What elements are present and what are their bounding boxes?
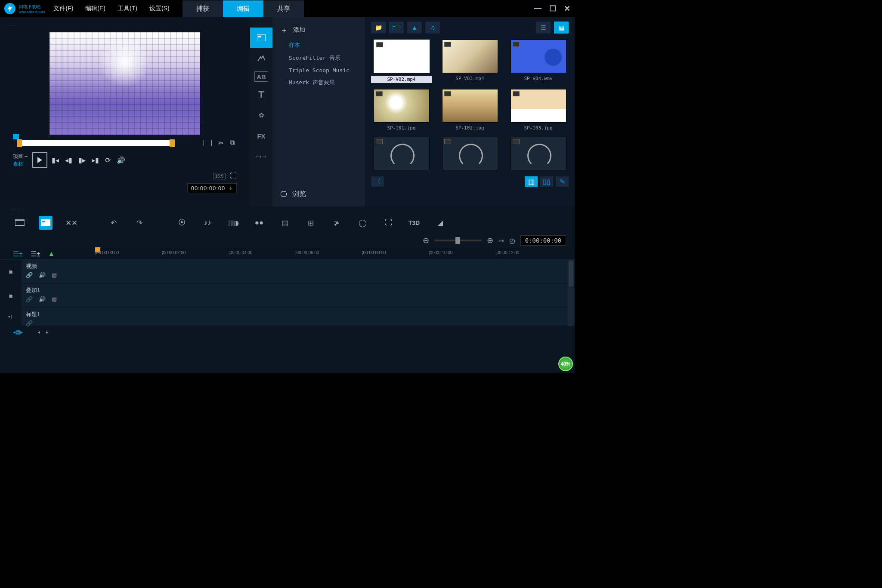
menu-edit[interactable]: 编辑(E) [85,5,105,12]
trim-bar[interactable]: [ ] ✂ ⧉ [19,140,172,146]
undo-button[interactable]: ↶ [107,216,121,230]
aspect-ratio[interactable]: 16:9 [213,173,226,179]
link-icon[interactable]: 🔗 [26,320,33,326]
duration-icon[interactable]: ◴ [509,237,515,245]
mute-icon[interactable]: 🔊 [39,272,46,278]
trim-handle-left[interactable] [17,139,22,147]
motion-button[interactable]: ≯ [330,216,344,230]
record-button[interactable]: ⦿ [175,216,189,230]
import-folder-button[interactable]: 📁 [371,22,386,34]
panel-grip[interactable]: :::::: [250,22,272,28]
paint-button[interactable]: ◢ [433,216,447,230]
fx-icon[interactable]: ▩ [52,296,57,302]
tree-muserk[interactable]: Muserk 声音效果 [272,76,365,89]
lib-edit[interactable]: ✎ [556,176,569,187]
tracks-scrollbar[interactable] [568,260,574,326]
filter-video-button[interactable] [389,22,404,34]
libtab-text[interactable]: T [250,84,272,105]
maximize-button[interactable]: ☐ [549,4,556,13]
panel-grip[interactable]: :::::::: [0,206,575,212]
filter-photo-button[interactable]: ▲ [407,22,422,34]
lib-view-2[interactable]: ▯▯ [540,176,553,187]
track-options-1[interactable]: ☰± [13,250,23,258]
track-title-icon[interactable]: •T [0,308,22,326]
library-item[interactable] [371,137,432,173]
view-grid-button[interactable]: ▦ [554,22,569,34]
multi-view-button[interactable]: ⊞ [304,216,318,230]
libtab-title[interactable]: AB [254,71,268,82]
next-frame-button[interactable]: ▮▸ [78,156,86,164]
library-item[interactable]: SP-V04.wmv [508,40,569,83]
track-overlay-body[interactable] [93,284,575,308]
scroll-right[interactable]: ▸ [46,329,49,335]
track-options-2[interactable]: ☰± [31,250,40,258]
tab-edit[interactable]: 编辑 [223,0,263,17]
trim-handle-right[interactable] [170,139,175,147]
panel-grip[interactable]: :::::: [6,22,243,28]
color-button[interactable]: ●● [252,216,266,230]
go-end-button[interactable]: ▸▮ [92,156,99,164]
mark-in-icon[interactable]: [ [202,139,204,147]
snapshot-icon[interactable]: ⧉ [230,139,235,147]
crop-icon[interactable]: ⛶ [230,172,237,180]
tree-sample[interactable]: 样本 [272,39,365,52]
library-item[interactable]: SP-I02.jpg [439,89,500,131]
scroll-left[interactable]: ◂ [37,329,40,335]
lib-view-1[interactable]: ▥ [525,176,538,187]
libtab-fx[interactable]: FX [250,126,272,146]
split-icon[interactable]: ✂ [218,139,224,147]
tree-triplescoop[interactable]: Triple Scoop Music [272,65,365,76]
redo-button[interactable]: ↷ [133,216,146,230]
3d-title-button[interactable]: T3D [407,216,421,230]
track-motion-button[interactable]: ◯ [356,216,369,230]
mode-material[interactable]: 素材 – [13,160,28,168]
tab-share[interactable]: 共享 [263,0,304,17]
mute-icon[interactable]: 🔊 [39,296,46,302]
libtab-transition[interactable] [250,48,272,69]
preview-screen[interactable] [50,32,200,135]
zoom-out-button[interactable]: ⊖ [423,236,429,245]
zoom-slider[interactable] [434,240,482,241]
track-video-body[interactable] [93,260,575,283]
lib-nav-back[interactable]: 〈 [371,176,384,187]
libtab-graphics[interactable]: ✿ [250,105,272,126]
pan-zoom-button[interactable]: ⛶ [381,216,395,230]
library-item[interactable] [439,137,500,173]
prev-frame-button[interactable]: ◂▮ [65,156,72,164]
library-item[interactable]: SP-I01.jpg [371,89,432,131]
play-button[interactable] [32,152,47,168]
timeline-view-button[interactable] [39,216,53,230]
library-item[interactable]: SP-V02.mp4 [371,40,432,83]
add-track-button[interactable]: ◂▤▸ [13,329,23,335]
libtab-media[interactable] [250,28,272,48]
view-list-button[interactable]: ☰ [536,22,551,34]
menu-file[interactable]: 文件(F) [53,5,73,12]
browse-button[interactable]: 🖵 浏览 [272,185,314,203]
tools-button[interactable]: ✕✕ [65,216,78,230]
zoom-in-button[interactable]: ⊕ [487,236,493,245]
tree-scorefitter[interactable]: ScoreFitter 音乐 [272,52,365,65]
timeline-ruler[interactable]: ☰± ☰± ▲ ¦00:00:00:00¦00:00:02:00¦00:00:0… [0,248,575,260]
libtab-path[interactable]: ▭→ [250,146,272,167]
link-icon[interactable]: 🔗 [26,272,33,278]
chapter-button[interactable]: ▤ [278,216,292,230]
volume-button[interactable]: 🔊 [117,156,125,164]
mode-project[interactable]: 项目 – [13,152,28,160]
loop-button[interactable]: ⟳ [105,156,111,164]
library-item[interactable] [508,137,569,173]
storyboard-view-button[interactable] [13,216,27,230]
minimize-button[interactable]: ― [534,4,542,13]
timeline-timecode[interactable]: 0:00:00:00 [520,235,566,246]
go-start-button[interactable]: ▮◂ [52,156,59,164]
add-media-button[interactable]: ＋ 添加 [272,22,365,39]
fit-project-button[interactable]: ⇿ [498,237,504,245]
mark-out-icon[interactable]: ] [210,139,212,147]
track-video-icon[interactable]: ■ [0,260,22,283]
preview-timecode[interactable]: 00:00:00:00 ÷ [187,183,237,193]
close-button[interactable]: ✕ [564,4,570,13]
audio-mixer-button[interactable]: ♪♪ [201,216,214,230]
library-item[interactable]: SP-I03.jpg [508,89,569,131]
menu-tools[interactable]: 工具(T) [118,5,137,12]
filter-audio-button[interactable]: ♫ [425,22,440,34]
library-item[interactable]: SP-V03.mp4 [439,40,500,83]
